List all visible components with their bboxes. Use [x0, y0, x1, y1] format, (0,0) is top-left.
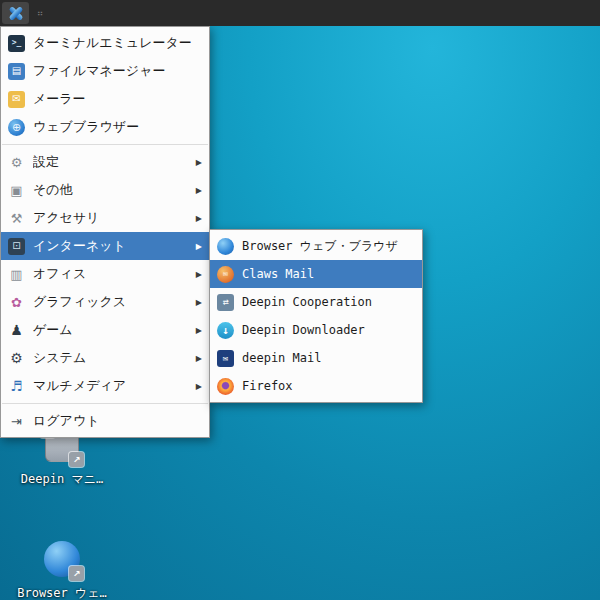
menu-item-terminal-emulator[interactable]: >_ ターミナルエミュレーター — [1, 29, 209, 57]
settings-icon: ⚙ — [8, 154, 25, 171]
internet-icon: ⊡ — [8, 238, 25, 255]
desktop-icon-label: Browser ウェ… — [17, 585, 107, 600]
file-manager-icon: ▤ — [8, 63, 25, 80]
shortcut-arrow-icon: ↗ — [69, 566, 84, 581]
chevron-right-icon: ▶ — [196, 298, 202, 307]
chevron-right-icon: ▶ — [196, 382, 202, 391]
menu-item-logout[interactable]: ⇥ ログアウト — [1, 407, 209, 435]
menu-item-graphics[interactable]: ✿ グラフィックス ▶ — [1, 288, 209, 316]
chevron-right-icon: ▶ — [196, 270, 202, 279]
browser-app-icon: ↗ — [43, 540, 81, 578]
other-apps-icon: ▣ — [8, 182, 25, 199]
menu-item-label: システム — [33, 349, 188, 367]
games-icon: ♟ — [8, 322, 25, 339]
menu-item-games[interactable]: ♟ ゲーム ▶ — [1, 316, 209, 344]
claws-mail-icon: ✉ — [217, 266, 234, 283]
menu-item-mailer[interactable]: ✉ メーラー — [1, 85, 209, 113]
uos-browser-icon — [217, 238, 234, 255]
submenu-item-deepin-mail[interactable]: ✉ deepin Mail — [210, 344, 422, 372]
menu-item-accessories[interactable]: ⚒ アクセサリ ▶ — [1, 204, 209, 232]
desktop-icon-label: Deepin マニ… — [21, 471, 103, 488]
menu-separator — [2, 144, 208, 145]
accessories-icon: ⚒ — [8, 210, 25, 227]
terminal-icon: >_ — [8, 35, 25, 52]
submenu-item-label: Claws Mail — [242, 267, 415, 281]
menu-item-label: オフィス — [33, 265, 188, 283]
chevron-right-icon: ▶ — [196, 326, 202, 335]
menu-item-internet[interactable]: ⊡ インターネット ▶ — [1, 232, 209, 260]
menu-item-office[interactable]: ▥ オフィス ▶ — [1, 260, 209, 288]
submenu-item-label: Firefox — [242, 379, 415, 393]
panel-grip-icon[interactable]: ⠶ — [37, 9, 44, 18]
menu-item-label: ファイルマネージャー — [33, 62, 202, 80]
chevron-right-icon: ▶ — [196, 186, 202, 195]
menu-item-label: マルチメディア — [33, 377, 188, 395]
menu-item-file-manager[interactable]: ▤ ファイルマネージャー — [1, 57, 209, 85]
submenu-item-browser[interactable]: Browser ウェブ・ブラウザ — [210, 232, 422, 260]
menu-item-label: グラフィックス — [33, 293, 188, 311]
office-icon: ▥ — [8, 266, 25, 283]
submenu-item-deepin-cooperation[interactable]: ⇄ Deepin Cooperation — [210, 288, 422, 316]
menu-item-label: その他 — [33, 181, 188, 199]
applications-menu-button[interactable] — [2, 2, 29, 24]
menu-item-multimedia[interactable]: ♬ マルチメディア ▶ — [1, 372, 209, 400]
mail-icon: ✉ — [8, 91, 25, 108]
desktop-icon-browser[interactable]: ↗ Browser ウェ… — [14, 540, 110, 600]
menu-item-label: アクセサリ — [33, 209, 188, 227]
deepin-mail-icon: ✉ — [217, 350, 234, 367]
globe-icon: ⊕ — [8, 119, 25, 136]
menu-item-settings[interactable]: ⚙ 設定 ▶ — [1, 148, 209, 176]
applications-menu: >_ ターミナルエミュレーター ▤ ファイルマネージャー ✉ メーラー ⊕ ウェ… — [0, 26, 210, 438]
menu-item-other[interactable]: ▣ その他 ▶ — [1, 176, 209, 204]
internet-submenu: Browser ウェブ・ブラウザ ✉ Claws Mail ⇄ Deepin C… — [209, 229, 423, 403]
logout-icon: ⇥ — [8, 413, 25, 430]
submenu-item-label: Deepin Downloader — [242, 323, 415, 337]
submenu-item-claws-mail[interactable]: ✉ Claws Mail — [210, 260, 422, 288]
menu-item-label: ウェブブラウザー — [33, 118, 202, 136]
chevron-right-icon: ▶ — [196, 158, 202, 167]
firefox-icon — [217, 378, 234, 395]
multimedia-icon: ♬ — [8, 378, 25, 395]
graphics-icon: ✿ — [8, 294, 25, 311]
menu-separator — [2, 403, 208, 404]
menu-item-label: 設定 — [33, 153, 188, 171]
shortcut-arrow-icon: ↗ — [69, 452, 84, 467]
deepin-cooperation-icon: ⇄ — [217, 294, 234, 311]
submenu-item-firefox[interactable]: Firefox — [210, 372, 422, 400]
chevron-right-icon: ▶ — [196, 214, 202, 223]
submenu-item-deepin-downloader[interactable]: ↓ Deepin Downloader — [210, 316, 422, 344]
submenu-item-label: Browser ウェブ・ブラウザ — [242, 238, 415, 255]
deepin-downloader-icon: ↓ — [217, 322, 234, 339]
menu-item-label: ターミナルエミュレーター — [33, 34, 202, 52]
applications-menu-icon — [8, 5, 24, 21]
system-gear-icon: ⚙ — [8, 350, 25, 367]
top-panel: ⠶ — [0, 0, 600, 26]
menu-item-label: インターネット — [33, 237, 188, 255]
chevron-right-icon: ▶ — [196, 242, 202, 251]
submenu-item-label: deepin Mail — [242, 351, 415, 365]
menu-item-label: ログアウト — [33, 412, 202, 430]
menu-item-web-browser[interactable]: ⊕ ウェブブラウザー — [1, 113, 209, 141]
menu-item-system[interactable]: ⚙ システム ▶ — [1, 344, 209, 372]
menu-item-label: メーラー — [33, 90, 202, 108]
chevron-right-icon: ▶ — [196, 354, 202, 363]
submenu-item-label: Deepin Cooperation — [242, 295, 415, 309]
menu-item-label: ゲーム — [33, 321, 188, 339]
